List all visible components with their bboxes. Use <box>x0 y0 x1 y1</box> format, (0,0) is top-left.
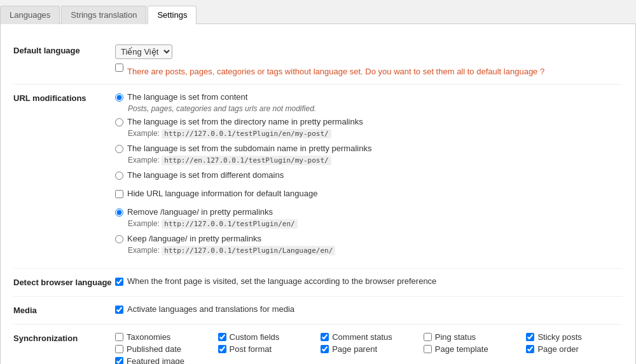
warning-checkbox[interactable] <box>115 64 123 72</box>
url-radio-domains[interactable] <box>115 172 123 180</box>
detect-browser-option: When the front page is visited, set the … <box>115 276 623 286</box>
tab-strings-translation[interactable]: Strings translation <box>61 6 146 24</box>
detect-browser-option-label: When the front page is visited, set the … <box>127 276 436 286</box>
sync-checkbox-9[interactable] <box>526 345 534 353</box>
sync-checkbox-7[interactable] <box>321 345 329 353</box>
sync-content: TaxonomiesCustom fieldsComment statusPin… <box>115 332 623 364</box>
sync-item-label: Page template <box>435 344 488 354</box>
keep-language-radio[interactable] <box>115 235 123 243</box>
sync-checkbox-10[interactable] <box>115 357 123 364</box>
keep-language-option: Keep /language/ in pretty permalinks <box>115 234 623 243</box>
url-option-domains: The language is set from different domai… <box>115 170 623 180</box>
media-option-label: Activate languages and translations for … <box>127 304 294 314</box>
sync-item-label: Sticky posts <box>537 332 581 342</box>
url-option-directory-label: The language is set from the directory n… <box>127 117 363 126</box>
url-option-subdomain: The language is set from the subdomain n… <box>115 144 623 153</box>
default-language-label: Default language <box>13 44 115 55</box>
warning-text: There are posts, pages, categories or ta… <box>127 67 544 76</box>
url-content-desc: Posts, pages, categories and tags urls a… <box>128 104 623 113</box>
sync-checkbox-2[interactable] <box>321 333 329 341</box>
sync-item: Sticky posts <box>526 332 623 342</box>
sync-item-label: Published date <box>127 344 181 354</box>
keep-language-example: Example: http://127.0.0.1/testPlugin/Lan… <box>128 246 623 255</box>
hide-url-checkbox[interactable] <box>115 190 123 198</box>
keep-language-example-url: http://127.0.0.1/testPlugin/Language/en/ <box>162 246 335 255</box>
tabs-bar: Languages Strings translation Settings <box>0 0 636 24</box>
default-language-row: Default language Tiếng Việt There are po… <box>13 37 623 84</box>
url-option-directory: The language is set from the directory n… <box>115 117 623 126</box>
warning-row: There are posts, pages, categories or ta… <box>115 62 623 76</box>
sync-item: Featured image <box>115 356 212 364</box>
sync-checkbox-0[interactable] <box>115 333 123 341</box>
url-option-content: The language is set from content <box>115 92 623 102</box>
sync-item-label: Comment status <box>332 332 392 342</box>
hide-url-label: Hide URL language information for defaul… <box>127 189 317 198</box>
sync-item-label: Featured image <box>127 356 184 364</box>
sync-item: Page parent <box>321 344 417 354</box>
url-subdomain-example-url: http://en.127.0.0.1/testPlugin/my-post/ <box>162 156 331 165</box>
language-select[interactable]: Tiếng Việt <box>115 44 172 59</box>
hide-url-option: Hide URL language information for defaul… <box>115 189 623 198</box>
media-row: Media Activate languages and translation… <box>13 297 623 325</box>
page-wrap: Languages Strings translation Settings D… <box>0 0 636 364</box>
remove-language-example: Example: http://127.0.0.1/testPlugin/en/ <box>128 219 623 229</box>
sync-item-label: Post format <box>230 344 272 354</box>
url-radio-subdomain[interactable] <box>115 145 123 153</box>
language-select-wrap: Tiếng Việt <box>115 44 623 59</box>
url-modifications-content: The language is set from content Posts, … <box>115 92 623 260</box>
url-modifications-label: URL modifications <box>13 92 115 103</box>
url-directory-example: Example: http://127.0.0.1/testPlugin/en/… <box>128 129 623 138</box>
sync-item: Custom fields <box>218 332 315 342</box>
sync-checkbox-8[interactable] <box>424 345 432 353</box>
sync-item: Comment status <box>321 332 417 342</box>
sync-row: Synchronization TaxonomiesCustom fieldsC… <box>13 325 623 364</box>
sync-item-label: Page order <box>537 344 578 354</box>
url-radio-content[interactable] <box>115 93 123 102</box>
remove-language-example-url: http://127.0.0.1/testPlugin/en/ <box>162 219 297 229</box>
sync-checkbox-5[interactable] <box>115 345 123 353</box>
media-label: Media <box>13 304 115 315</box>
media-content: Activate languages and translations for … <box>115 304 623 316</box>
sync-checkbox-3[interactable] <box>424 333 432 341</box>
sync-item-label: Custom fields <box>230 332 280 342</box>
media-checkbox[interactable] <box>115 306 123 314</box>
sync-item: Page template <box>424 344 520 354</box>
detect-browser-content: When the front page is visited, set the … <box>115 276 623 288</box>
sync-item: Published date <box>115 344 212 354</box>
default-language-content: Tiếng Việt There are posts, pages, categ… <box>115 44 623 76</box>
url-subdomain-example: Example: http://en.127.0.0.1/testPlugin/… <box>128 156 623 165</box>
url-option-content-label: The language is set from content <box>127 92 247 102</box>
url-directory-example-url: http://127.0.0.1/testPlugin/en/my-post/ <box>162 129 331 138</box>
detect-browser-checkbox[interactable] <box>115 278 123 286</box>
remove-language-radio[interactable] <box>115 208 123 217</box>
detect-browser-label: Detect browser language <box>13 276 115 287</box>
url-modifications-row: URL modifications The language is set fr… <box>13 84 623 269</box>
sync-item-label: Ping status <box>435 332 476 342</box>
sync-item-label: Taxonomies <box>127 332 170 342</box>
sync-item-label: Page parent <box>332 344 377 354</box>
keep-language-label: Keep /language/ in pretty permalinks <box>127 234 261 243</box>
sync-checkbox-6[interactable] <box>218 345 226 353</box>
sync-item: Page order <box>526 344 623 354</box>
remove-language-label: Remove /language/ in pretty permalinks <box>127 207 273 217</box>
settings-content: Default language Tiếng Việt There are po… <box>0 24 636 364</box>
detect-browser-row: Detect browser language When the front p… <box>13 269 623 297</box>
media-option: Activate languages and translations for … <box>115 304 623 314</box>
sync-grid: TaxonomiesCustom fieldsComment statusPin… <box>115 332 623 364</box>
tab-languages[interactable]: Languages <box>0 6 60 24</box>
url-option-subdomain-label: The language is set from the subdomain n… <box>127 144 371 153</box>
url-option-domains-label: The language is set from different domai… <box>127 170 284 180</box>
sync-item: Ping status <box>424 332 520 342</box>
sync-item: Taxonomies <box>115 332 212 342</box>
sync-checkbox-4[interactable] <box>526 333 534 341</box>
url-radio-directory[interactable] <box>115 118 123 126</box>
sync-label: Synchronization <box>13 332 115 343</box>
sync-checkbox-1[interactable] <box>218 333 226 341</box>
tab-settings[interactable]: Settings <box>148 6 197 24</box>
sync-item: Post format <box>218 344 315 354</box>
remove-language-option: Remove /language/ in pretty permalinks <box>115 207 623 217</box>
